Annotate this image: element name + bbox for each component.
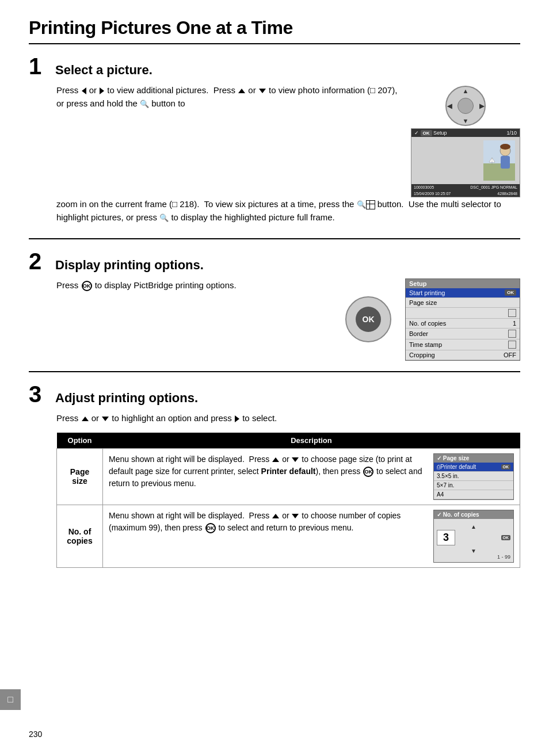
svg-rect-4 [501, 156, 510, 169]
step1-para1: Press or to view additional pictures. Pr… [56, 83, 399, 110]
zoom-grid-icon: 🔍 [357, 199, 366, 211]
ok-circle-copies: OK [205, 523, 216, 533]
camera-bottom-bar: 100003005 DSC_0001 JPG NORMAL [411, 184, 520, 190]
desc-copies-cell: Menu shown at right will be displayed. P… [103, 505, 520, 567]
step1-number: 1 [29, 55, 46, 78]
camera-top-bar: ✓ OK Setup 1/10 [411, 129, 520, 137]
setup-menu-row-border: Border [406, 329, 520, 339]
option-copies-cell: No. of copies [57, 505, 103, 567]
step3-header: 3 Adjust printing options. [29, 383, 520, 406]
zoom-out-icon: 🔍 [140, 98, 149, 110]
ps-label-5x7: 5×7 in. [437, 482, 454, 488]
setup-menu-row-pagesize: Page size [406, 298, 520, 308]
options-table: Option Description Page size Menu shown … [56, 433, 520, 568]
camera-setup-label: ✓ OK Setup [414, 130, 447, 136]
copies-menu: ✓ No. of copies ▲ 3 OK ▼ [433, 510, 514, 563]
camera-info4: 4288x2848 [497, 192, 517, 196]
setup-menu-label-cropping: Cropping [409, 352, 435, 358]
dpad-up-arrow: ▲ [463, 87, 469, 94]
desc-pagesize-text: Menu shown at right will be displayed. P… [109, 453, 428, 490]
table-row: No. of copies Menu shown at right will b… [57, 505, 520, 567]
step2-body: Press OK to display PictBridge printing … [29, 278, 520, 361]
zoom-minus-icon: 🔍 [159, 212, 169, 224]
setup-menu-label-timestamp: Time stamp [409, 341, 442, 348]
desc-copies-content: Menu shown at right will be displayed. P… [109, 510, 514, 563]
step1-content: Press or to view additional pictures. Pr… [56, 83, 520, 197]
up-icon-ps [272, 457, 279, 462]
dpad-down-arrow: ▼ [463, 117, 469, 124]
pagesize-menu-image: ✓ Page size ⎙Printer default OK 3.5×5 in… [433, 453, 514, 500]
setup-menu-label-copies: No. of copies [409, 320, 446, 327]
step3-title: Adjust printing options. [55, 391, 198, 406]
step1-section: 1 Select a picture. Press or to view add… [29, 55, 520, 239]
ps-label-a4: A4 [437, 491, 444, 498]
camera-info1: 100003005 [414, 185, 434, 189]
copies-down-arrow: ▼ [471, 548, 476, 554]
ps-row-5x7: 5×7 in. [434, 481, 513, 490]
option-pagesize-cell: Page size [57, 448, 103, 505]
svg-point-3 [500, 144, 510, 150]
step3-number: 3 [29, 383, 46, 406]
setup-menu-label-start: Start printing [409, 289, 445, 296]
setup-menu-val-copies: 1 [513, 320, 516, 327]
table-body: Page size Menu shown at right will be di… [57, 448, 520, 567]
dpad: ▲ ▼ ◀ ▶ [445, 86, 486, 126]
table-header-row: Option Description [57, 433, 520, 449]
setup-menu-row-cropping: Cropping OFF [406, 350, 520, 360]
desc-pagesize-cell: Menu shown at right will be displayed. P… [103, 448, 520, 505]
copies-value: 3 [437, 530, 455, 545]
timestamp-icon [508, 341, 516, 349]
right-arrow-icon [100, 87, 104, 94]
ps-title-bar: ✓ Page size [434, 454, 513, 463]
ps-row-3x5: 3.5×5 in. [434, 472, 513, 481]
dpad-right-arrow: ▶ [479, 102, 484, 110]
step2-number: 2 [29, 250, 46, 273]
ok-button-inner: OK [356, 307, 381, 332]
step3-right-icon [235, 415, 239, 422]
setup-menu-row-start: Start printing OK [406, 288, 520, 298]
copies-ok-badge: OK [501, 535, 511, 540]
col-description-header: Description [103, 433, 520, 449]
ps-row-a4: A4 [434, 490, 513, 499]
col-option-header: Option [57, 433, 103, 449]
ok-circle-ps: OK [363, 467, 373, 477]
step2-para: Press OK to display PictBridge printing … [56, 278, 328, 292]
copies-value-row: 3 OK [437, 530, 510, 545]
copies-title: ✓ No. of copies [437, 511, 479, 518]
ok-badge: OK [421, 130, 432, 136]
camera-person-image [483, 140, 515, 181]
setup-ok-badge: OK [505, 289, 516, 296]
camera-photo-area [411, 137, 520, 184]
step1-text: Press or to view additional pictures. Pr… [56, 83, 399, 114]
step3-press-line: Press or to highlight an option and pres… [56, 411, 520, 425]
down-icon-copies [292, 514, 299, 518]
table-row: Page size Menu shown at right will be di… [57, 448, 520, 505]
setup-menu-label-border: Border [409, 330, 428, 337]
setup-menu-title: Setup [406, 279, 520, 288]
ps-title: ✓ Page size [437, 455, 469, 461]
down-arrow-icon [259, 89, 266, 93]
down-icon-ps [292, 457, 299, 462]
copies-title-bar: ✓ No. of copies [434, 510, 513, 519]
step2-images: OK Setup Start printing OK Page size [340, 278, 520, 361]
camera-photo-count: 1/10 [506, 130, 517, 136]
copies-menu-image: ✓ No. of copies ▲ 3 OK ▼ [433, 510, 514, 563]
camera-info3: 15/04/2009 10:25:07 [414, 192, 451, 196]
copies-range: 1 - 99 [437, 554, 510, 560]
step3-up-icon [82, 417, 89, 421]
ps-row-default: ⎙Printer default OK [434, 463, 513, 472]
page-size-menu: ✓ Page size ⎙Printer default OK 3.5×5 in… [433, 453, 514, 500]
camera-screen: ✓ OK Setup 1/10 [411, 128, 520, 197]
bookmark-icon: □ [7, 694, 13, 705]
setup-menu: Setup Start printing OK Page size No [405, 278, 520, 361]
dpad-left-arrow: ◀ [447, 102, 452, 110]
step2-section: 2 Display printing options. Press OK to … [29, 250, 520, 372]
page-number: 230 [29, 730, 42, 739]
dpad-inner [458, 98, 474, 114]
bookmark-tab: □ [0, 689, 21, 710]
left-arrow-icon [82, 87, 86, 94]
setup-menu-row-printer [406, 308, 520, 319]
setup-menu-row-timestamp: Time stamp [406, 339, 520, 350]
step2-title: Display printing options. [55, 258, 204, 273]
step1-para2: zoom in on the current frame (□ 218). To… [56, 197, 520, 224]
